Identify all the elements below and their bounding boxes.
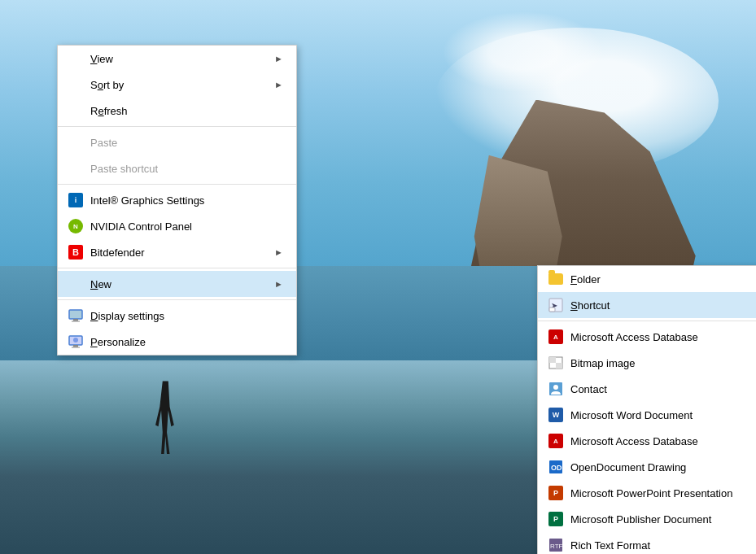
view-label: View — [90, 53, 274, 65]
menu-item-personalize[interactable]: Personalize — [58, 329, 296, 355]
clouds2 — [442, 11, 605, 93]
refresh-icon — [68, 103, 84, 119]
access2-label: Microsoft Access Database — [570, 435, 756, 447]
bitmap-label: Bitmap image — [570, 357, 756, 369]
access1-label: Microsoft Access Database — [570, 331, 756, 343]
submenu-item-bitmap[interactable]: Bitmap image — [538, 350, 756, 376]
separator-4 — [58, 299, 296, 300]
paste-shortcut-icon — [68, 160, 84, 177]
sortby-label: Sort by — [90, 79, 274, 91]
rtf-label: Rich Text Format — [570, 539, 756, 552]
svg-rect-16 — [556, 363, 562, 369]
new-submenu: Folder ➤ Shortcut A Microsoft Access Dat… — [537, 265, 756, 554]
submenu-item-publisher[interactable]: P Microsoft Publisher Document — [538, 506, 756, 532]
access1-icon: A — [548, 329, 564, 345]
menu-item-nvidia[interactable]: N NVIDIA Control Panel — [58, 213, 296, 239]
view-arrow: ► — [274, 54, 283, 63]
svg-text:RTF: RTF — [550, 543, 563, 550]
menu-item-display-settings[interactable]: Display settings — [58, 303, 296, 329]
bitdefender-arrow: ► — [274, 247, 283, 257]
submenu-item-access2[interactable]: A Microsoft Access Database — [538, 428, 756, 454]
shortcut-icon: ➤ — [548, 297, 564, 313]
intel-label: Intel® Graphics Settings — [90, 194, 283, 207]
bitdefender-label: Bitdefender — [90, 246, 274, 259]
rtf-icon: RTF — [548, 537, 564, 553]
svg-rect-9 — [72, 347, 80, 348]
menu-item-paste[interactable]: Paste — [58, 129, 296, 155]
context-menu: View ► Sort by ► Refresh Paste Paste sho… — [57, 45, 297, 356]
publisher-label: Microsoft Publisher Document — [570, 513, 756, 526]
ppt-label: Microsoft PowerPoint Presentation — [570, 487, 756, 499]
word-icon: W — [548, 407, 564, 423]
submenu-item-rtf[interactable]: RTF Rich Text Format — [538, 532, 756, 554]
contact-label: Contact — [570, 383, 756, 395]
intel-icon: i — [68, 192, 84, 208]
menu-item-paste-shortcut[interactable]: Paste shortcut — [58, 155, 296, 181]
submenu-item-ppt[interactable]: P Microsoft PowerPoint Presentation — [538, 480, 756, 506]
personalize-label: Personalize — [90, 336, 283, 348]
view-icon — [68, 50, 84, 67]
svg-rect-4 — [69, 310, 82, 319]
svg-rect-13 — [549, 308, 555, 312]
submenu-item-shortcut[interactable]: ➤ Shortcut — [538, 292, 756, 318]
paste-label: Paste — [90, 137, 283, 149]
svg-rect-8 — [73, 345, 78, 347]
display-settings-label: Display settings — [90, 310, 283, 322]
paste-icon — [68, 134, 84, 150]
folder-label: Folder — [570, 273, 756, 286]
opendoc-icon: OD — [548, 459, 564, 475]
separator-3 — [58, 268, 296, 268]
opendoc-label: OpenDocument Drawing — [570, 461, 756, 473]
submenu-item-opendoc[interactable]: OD OpenDocument Drawing — [538, 454, 756, 480]
svg-rect-15 — [549, 357, 556, 363]
submenu-item-access1[interactable]: A Microsoft Access Database — [538, 324, 756, 350]
folder-icon — [548, 271, 564, 287]
svg-point-10 — [73, 338, 78, 342]
menu-item-refresh[interactable]: Refresh — [58, 98, 296, 124]
separator-2 — [58, 184, 296, 185]
submenu-item-folder[interactable]: Folder — [538, 266, 756, 292]
menu-item-new[interactable]: New ► — [58, 271, 296, 297]
bitdefender-icon: B — [68, 244, 84, 260]
shortcut-label: Shortcut — [570, 299, 756, 312]
nvidia-label: NVIDIA Control Panel — [90, 220, 283, 233]
new-label: New — [90, 278, 274, 290]
menu-item-view[interactable]: View ► — [58, 46, 296, 72]
svg-point-18 — [553, 385, 558, 390]
svg-rect-5 — [73, 319, 78, 321]
contact-icon — [548, 381, 564, 397]
bitmap-icon — [548, 355, 564, 371]
menu-item-sortby[interactable]: Sort by ► — [58, 72, 296, 98]
separator-1 — [58, 126, 296, 127]
submenu-item-word[interactable]: W Microsoft Word Document — [538, 402, 756, 428]
sortby-arrow: ► — [274, 80, 283, 89]
submenu-item-contact[interactable]: Contact — [538, 376, 756, 402]
svg-text:OD: OD — [551, 464, 562, 472]
menu-item-intel[interactable]: i Intel® Graphics Settings — [58, 187, 296, 213]
svg-rect-6 — [72, 321, 80, 322]
nvidia-icon: N — [68, 218, 84, 234]
paste-shortcut-label: Paste shortcut — [90, 163, 283, 175]
new-arrow: ► — [274, 279, 283, 289]
word-label: Microsoft Word Document — [570, 409, 756, 421]
refresh-label: Refresh — [90, 105, 283, 117]
access2-icon: A — [548, 433, 564, 449]
ppt-icon: P — [548, 485, 564, 501]
submenu-sep-1 — [538, 321, 756, 321]
publisher-icon: P — [548, 511, 564, 527]
sortby-icon — [68, 76, 84, 93]
menu-item-bitdefender[interactable]: B Bitdefender ► — [58, 239, 296, 265]
personalize-icon — [68, 334, 84, 350]
display-settings-icon — [68, 308, 84, 324]
new-icon — [68, 276, 84, 292]
